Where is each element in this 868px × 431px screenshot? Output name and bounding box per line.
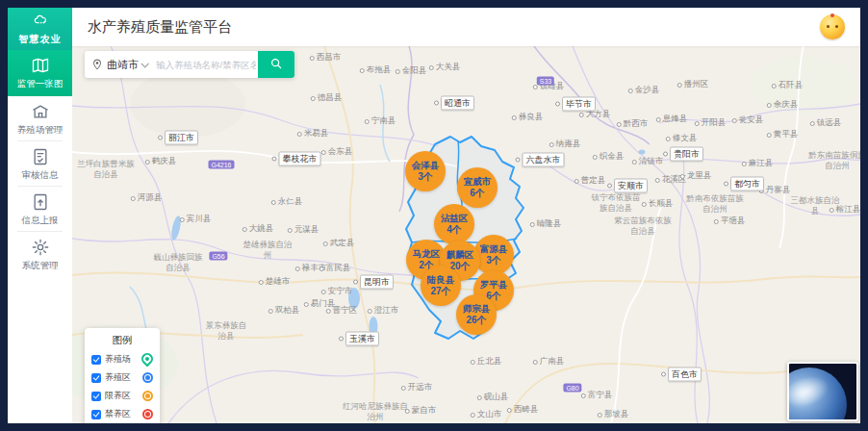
sidebar-item-system-management[interactable]: 系统管理 (8, 232, 72, 277)
legend-item: 养殖场 (91, 353, 153, 366)
district-marker[interactable]: 沾益区4个 (434, 204, 474, 244)
legend-item-label: 禁养区 (105, 408, 139, 420)
district-marker[interactable]: 会泽县3个 (405, 151, 446, 191)
app-logo: 智慧农业 (8, 8, 72, 50)
legend-checkbox[interactable] (91, 410, 101, 419)
user-avatar[interactable] (820, 14, 845, 39)
sidebar-item-farm-management[interactable]: 养殖场管理 (8, 96, 72, 141)
location-icon (91, 59, 103, 70)
marker-district-name: 富源县 (480, 243, 508, 255)
marker-count: 26个 (466, 315, 486, 326)
legend-item-label: 养殖区 (105, 371, 139, 384)
report-icon (31, 192, 50, 212)
sidebar-item-label: 系统管理 (22, 260, 59, 272)
marker-count: 4个 (447, 224, 462, 236)
marker-district-name: 沾益区 (441, 213, 469, 224)
legend-item: 限养区 (91, 390, 153, 402)
app-window: 智慧农业 监管一张图养殖场管理审核信息信息上报系统管理 水产养殖质量监管平台 (0, 0, 868, 431)
search-input[interactable] (154, 59, 258, 71)
marker-district-name: 师宗县 (463, 303, 491, 315)
marker-count: 3个 (486, 255, 501, 266)
cloud-logo-icon (32, 13, 49, 32)
sidebar-item-label: 监管一张图 (17, 78, 64, 90)
legend-checkbox[interactable] (91, 373, 101, 383)
sidebar-nav: 监管一张图养殖场管理审核信息信息上报系统管理 (8, 50, 72, 277)
sidebar-item-monitor-map[interactable]: 监管一张图 (8, 50, 72, 96)
district-marker[interactable]: 宣威市6个 (457, 167, 498, 208)
city-selector[interactable]: 曲靖市 (107, 58, 147, 72)
legend-checkbox[interactable] (91, 355, 101, 365)
district-marker[interactable]: 陆良县27个 (421, 266, 461, 306)
search-icon (269, 57, 283, 73)
district-marker[interactable]: 师宗县26个 (456, 294, 497, 335)
header: 水产养殖质量监管平台 (72, 8, 860, 46)
pin-icon (140, 350, 156, 367)
marker-district-name: 会泽县 (412, 160, 440, 171)
marker-district-name: 罗平县 (480, 279, 508, 291)
search-button[interactable] (258, 51, 294, 78)
legend-item: 养殖区 (91, 371, 153, 384)
sidebar-item-audit-info[interactable]: 审核信息 (8, 141, 72, 187)
legend-panel: 图例 养殖场养殖区限养区禁养区 (85, 328, 160, 423)
legend-item-label: 养殖场 (105, 353, 138, 366)
marker-count: 3个 (418, 171, 433, 183)
audit-icon (31, 147, 50, 166)
marker-district-name: 麒麟区 (447, 249, 474, 261)
logo-text: 智慧农业 (19, 33, 62, 46)
gear-icon (31, 238, 50, 257)
legend-item-label: 限养区 (105, 390, 139, 402)
marker-district-name: 马龙区 (413, 248, 441, 260)
search-bar: 曲靖市 (85, 51, 294, 78)
legend-checkbox[interactable] (91, 392, 101, 401)
marker-district-name: 陆良县 (427, 274, 455, 286)
circle-icon (142, 409, 153, 419)
marker-district-name: 宣威市 (464, 176, 492, 188)
marker-count: 27个 (430, 286, 450, 297)
legend-item: 禁养区 (91, 408, 153, 420)
sidebar-item-label: 信息上报 (22, 215, 59, 227)
city-selector-value: 曲靖市 (107, 58, 139, 72)
chevron-down-icon (140, 60, 148, 67)
sidebar-item-info-report[interactable]: 信息上报 (8, 187, 72, 232)
basemap-switcher[interactable] (787, 362, 858, 421)
page-title: 水产养殖质量监管平台 (88, 18, 232, 37)
sidebar: 智慧农业 监管一张图养殖场管理审核信息信息上报系统管理 (8, 8, 72, 423)
map-canvas[interactable]: 西昌市布拖县金阳县大关县德昌县宁南县彝良县镇雄县大方县金沙县播州区石阡县余庆县黔… (72, 46, 860, 423)
marker-count: 6个 (470, 188, 485, 199)
farm-icon (31, 102, 50, 121)
sidebar-item-label: 审核信息 (22, 169, 59, 182)
sidebar-item-label: 养殖场管理 (17, 124, 64, 137)
circle-icon (142, 372, 153, 383)
map-icon (31, 56, 50, 75)
circle-icon (142, 391, 153, 401)
legend-title: 图例 (91, 334, 153, 347)
